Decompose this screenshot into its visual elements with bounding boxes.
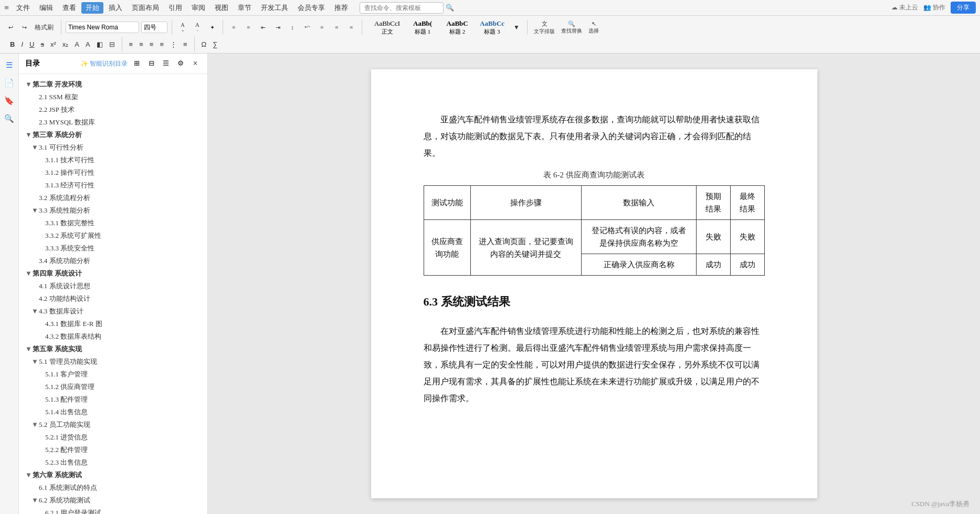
align-justify2-btn[interactable]: ≡ [157, 39, 166, 49]
menu-layout[interactable]: 页面布局 [128, 2, 163, 14]
toc-item-1[interactable]: 2.1 SSM 框架 [19, 91, 207, 103]
menu-file[interactable]: 文件 [12, 2, 34, 14]
toc-item-4[interactable]: ▼第三章 系统分析 [19, 129, 207, 141]
menu-viewtab[interactable]: 视图 [210, 2, 233, 14]
text-layout-btn[interactable]: 文 文字排版 [532, 19, 557, 36]
toc-item-12[interactable]: 3.3.2 系统可扩展性 [19, 229, 207, 242]
menu-devtools[interactable]: 开发工具 [257, 2, 292, 14]
toc-item-27[interactable]: ▼5.2 员工功能实现 [19, 418, 207, 431]
toc-icon[interactable]: ☰ [2, 58, 17, 72]
font-increase-btn[interactable]: A+ [176, 20, 189, 34]
toc-item-25[interactable]: 5.1.3 配件管理 [19, 393, 207, 406]
toc-item-11[interactable]: 3.3.1 数据完整性 [19, 217, 207, 229]
toc-item-30[interactable]: 5.2.3 出售信息 [19, 456, 207, 469]
style-normal[interactable]: AaBbCcI 正文 [371, 18, 404, 37]
list-view-btn[interactable]: ☰ [160, 58, 172, 69]
toc-item-34[interactable]: 6.2.1 用户登录测试 [19, 507, 207, 514]
search-input[interactable] [360, 2, 444, 14]
toc-item-31[interactable]: ▼第六章 系统测试 [19, 469, 207, 481]
highlight-btn[interactable]: A [83, 39, 93, 49]
toc-item-9[interactable]: 3.2 系统流程分析 [19, 192, 207, 204]
toc-item-32[interactable]: 6.1 系统测试的特点 [19, 481, 207, 494]
toc-item-33[interactable]: ▼6.2 系统功能测试 [19, 494, 207, 507]
align-center-btn[interactable]: ≡ [315, 23, 328, 32]
toc-item-5[interactable]: ▼3.1 可行性分析 [19, 141, 207, 154]
style-h3[interactable]: AaBbCc 标题 3 [476, 18, 508, 37]
toc-item-15[interactable]: ▼第四章 系统设计 [19, 267, 207, 280]
toc-item-23[interactable]: 5.1.1 客户管理 [19, 368, 207, 381]
align-center2-btn[interactable]: ≡ [136, 39, 146, 49]
align-right2-btn[interactable]: ≡ [147, 39, 156, 49]
menu-view[interactable]: 查看 [58, 2, 80, 14]
smart-toc-btn[interactable]: ✨ 智能识别目录 [80, 59, 128, 68]
more-styles-btn[interactable]: ▼ [510, 23, 523, 33]
bookmark-icon[interactable]: 🔖 [2, 93, 17, 108]
subscript-btn[interactable]: x₂ [60, 39, 71, 49]
bold-btn[interactable]: B [7, 39, 17, 49]
special-indent-btn[interactable]: ≡ [181, 39, 190, 49]
settings-icon[interactable]: ⚙ [175, 58, 186, 69]
menu-review[interactable]: 审阅 [187, 2, 209, 14]
italic-btn[interactable]: I [18, 39, 26, 49]
para-spacing-btn[interactable]: ↕ [286, 23, 299, 32]
toc-item-10[interactable]: ▼3.3 系统性能分析 [19, 204, 207, 217]
shading-btn[interactable]: ◧ [94, 39, 106, 49]
border-btn[interactable]: ⊟ [107, 39, 118, 49]
strikethrough-btn[interactable]: s [38, 39, 47, 49]
toc-item-8[interactable]: 3.1.3 经济可行性 [19, 179, 207, 192]
toc-item-3[interactable]: 2.3 MYSQL 数据库 [19, 116, 207, 129]
style-h2[interactable]: AaBbC 标题 2 [441, 18, 473, 37]
toc-item-26[interactable]: 5.1.4 出售信息 [19, 406, 207, 418]
toc-item-14[interactable]: 3.4 系统功能分析 [19, 255, 207, 267]
collapse-all-btn[interactable]: ⊟ [145, 58, 157, 69]
panel-search-icon[interactable]: 🔍 [2, 111, 17, 126]
toc-item-13[interactable]: 3.3.3 系统安全性 [19, 242, 207, 255]
list-unordered-btn[interactable]: ≡ [227, 23, 240, 32]
toc-item-28[interactable]: 5.2.1 进货信息 [19, 431, 207, 444]
toc-item-0[interactable]: ▼第二章 开发环境 [19, 78, 207, 91]
menu-edit[interactable]: 编辑 [35, 2, 57, 14]
toc-item-21[interactable]: ▼第五章 系统实现 [19, 343, 207, 355]
align-left-btn[interactable]: ⬿ [301, 23, 313, 32]
share-button[interactable]: 分享 [951, 2, 976, 14]
expand-all-btn[interactable]: ⊞ [131, 58, 142, 69]
toc-item-19[interactable]: 4.3.1 数据库 E-R 图 [19, 318, 207, 330]
toc-item-18[interactable]: ▼4.3 数据库设计 [19, 305, 207, 318]
toc-item-24[interactable]: 5.1.2 供应商管理 [19, 381, 207, 393]
indent-decrease-btn[interactable]: ⇤ [257, 23, 269, 32]
cooperate-btn[interactable]: 👥 协作 [923, 3, 945, 12]
align-right-btn[interactable]: ≡ [330, 23, 343, 32]
toc-item-16[interactable]: 4.1 系统设计思想 [19, 280, 207, 292]
col-layout-btn[interactable]: ⋮ [167, 39, 180, 49]
clear-format-btn[interactable]: ✦ [206, 23, 218, 32]
menu-reference[interactable]: 引用 [164, 2, 186, 14]
toc-item-20[interactable]: 4.3.2 数据库表结构 [19, 330, 207, 343]
menu-member[interactable]: 会员专享 [293, 2, 329, 14]
menu-insert[interactable]: 插入 [104, 2, 127, 14]
underline-btn[interactable]: U [27, 39, 37, 49]
toc-item-6[interactable]: 3.1.1 技术可行性 [19, 154, 207, 166]
menu-start[interactable]: 开始 [81, 2, 103, 14]
insert-symbol-btn[interactable]: Ω [199, 39, 209, 49]
close-sidebar-btn[interactable]: × [189, 58, 201, 69]
font-color-btn[interactable]: A [72, 39, 82, 49]
list-ordered-btn[interactable]: ≡ [242, 23, 255, 32]
font-size-input[interactable] [141, 22, 167, 33]
menu-chapter[interactable]: 章节 [234, 2, 256, 14]
toc-item-29[interactable]: 5.2.2 配件管理 [19, 444, 207, 456]
toc-item-7[interactable]: 3.1.2 操作可行性 [19, 166, 207, 179]
undo-btn[interactable]: ↩ [4, 23, 17, 32]
align-left2-btn[interactable]: ≡ [127, 39, 136, 49]
format-brush-btn[interactable]: 格式刷 [31, 22, 57, 33]
align-justify-btn[interactable]: ≡ [345, 23, 357, 32]
insert-formula-btn[interactable]: ∑ [210, 39, 220, 49]
font-name-input[interactable] [66, 22, 139, 33]
toc-item-2[interactable]: 2.2 JSP 技术 [19, 103, 207, 116]
find-replace-btn[interactable]: 🔍 查找替换 [559, 19, 584, 36]
superscript-btn[interactable]: x² [48, 39, 59, 49]
select-btn[interactable]: ↖ 选择 [586, 19, 601, 36]
toc-item-22[interactable]: ▼5.1 管理员功能实现 [19, 355, 207, 368]
toc-item-17[interactable]: 4.2 功能结构设计 [19, 292, 207, 305]
indent-increase-btn[interactable]: ⇥ [271, 23, 284, 32]
redo-btn[interactable]: ↪ [18, 23, 30, 32]
